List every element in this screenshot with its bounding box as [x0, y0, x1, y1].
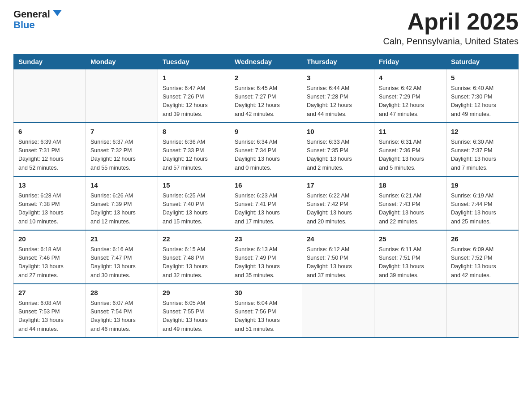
week-row-5: 27Sunrise: 6:08 AM Sunset: 7:53 PM Dayli…	[14, 284, 519, 338]
day-number: 21	[90, 234, 153, 244]
day-cell: 26Sunrise: 6:09 AM Sunset: 7:52 PM Dayli…	[446, 230, 519, 284]
day-number: 29	[163, 288, 225, 298]
day-cell: 30Sunrise: 6:04 AM Sunset: 7:56 PM Dayli…	[230, 284, 302, 338]
day-cell	[446, 284, 519, 338]
day-cell	[374, 284, 446, 338]
day-number: 25	[379, 234, 442, 244]
day-number: 30	[235, 288, 297, 298]
day-info: Sunrise: 6:09 AM Sunset: 7:52 PM Dayligh…	[451, 245, 514, 280]
header-cell-monday: Monday	[86, 54, 158, 69]
day-info: Sunrise: 6:23 AM Sunset: 7:41 PM Dayligh…	[235, 192, 297, 227]
week-row-2: 6Sunrise: 6:39 AM Sunset: 7:31 PM Daylig…	[14, 123, 519, 176]
day-info: Sunrise: 6:21 AM Sunset: 7:43 PM Dayligh…	[379, 192, 442, 227]
month-title: April 2025	[383, 9, 519, 34]
day-number: 23	[235, 234, 297, 244]
day-info: Sunrise: 6:19 AM Sunset: 7:44 PM Dayligh…	[451, 192, 514, 227]
day-number: 28	[90, 288, 153, 298]
header-cell-friday: Friday	[374, 54, 446, 69]
day-info: Sunrise: 6:33 AM Sunset: 7:35 PM Dayligh…	[307, 138, 369, 173]
day-cell: 24Sunrise: 6:12 AM Sunset: 7:50 PM Dayli…	[302, 230, 374, 284]
header-cell-thursday: Thursday	[302, 54, 374, 69]
week-row-4: 20Sunrise: 6:18 AM Sunset: 7:46 PM Dayli…	[14, 230, 519, 284]
day-cell: 6Sunrise: 6:39 AM Sunset: 7:31 PM Daylig…	[14, 123, 86, 176]
day-info: Sunrise: 6:25 AM Sunset: 7:40 PM Dayligh…	[163, 192, 225, 227]
day-info: Sunrise: 6:08 AM Sunset: 7:53 PM Dayligh…	[18, 299, 81, 334]
day-cell: 9Sunrise: 6:34 AM Sunset: 7:34 PM Daylig…	[230, 123, 302, 176]
day-info: Sunrise: 6:16 AM Sunset: 7:47 PM Dayligh…	[90, 245, 153, 280]
day-number: 15	[163, 180, 225, 191]
location-title: Caln, Pennsylvania, United States	[383, 36, 519, 47]
header-cell-tuesday: Tuesday	[158, 54, 230, 69]
day-info: Sunrise: 6:04 AM Sunset: 7:56 PM Dayligh…	[235, 299, 297, 334]
day-cell: 20Sunrise: 6:18 AM Sunset: 7:46 PM Dayli…	[14, 230, 86, 284]
day-number: 2	[235, 73, 297, 83]
day-info: Sunrise: 6:34 AM Sunset: 7:34 PM Dayligh…	[235, 138, 297, 173]
day-number: 1	[163, 73, 225, 83]
day-number: 17	[307, 180, 369, 191]
day-cell: 22Sunrise: 6:15 AM Sunset: 7:48 PM Dayli…	[158, 230, 230, 284]
day-cell	[14, 69, 86, 123]
day-number: 11	[379, 127, 442, 137]
day-number: 20	[18, 234, 81, 244]
day-cell: 23Sunrise: 6:13 AM Sunset: 7:49 PM Dayli…	[230, 230, 302, 284]
day-number: 24	[307, 234, 369, 244]
week-row-1: 1Sunrise: 6:47 AM Sunset: 7:26 PM Daylig…	[14, 69, 519, 123]
day-cell: 13Sunrise: 6:28 AM Sunset: 7:38 PM Dayli…	[14, 176, 86, 230]
day-cell: 1Sunrise: 6:47 AM Sunset: 7:26 PM Daylig…	[158, 69, 230, 123]
day-number: 27	[18, 288, 81, 298]
day-info: Sunrise: 6:39 AM Sunset: 7:31 PM Dayligh…	[18, 138, 81, 173]
day-cell: 19Sunrise: 6:19 AM Sunset: 7:44 PM Dayli…	[446, 176, 519, 230]
day-info: Sunrise: 6:12 AM Sunset: 7:50 PM Dayligh…	[307, 245, 369, 280]
page-header: General Blue April 2025 Caln, Pennsylvan…	[13, 9, 519, 47]
calendar-header: SundayMondayTuesdayWednesdayThursdayFrid…	[14, 54, 519, 69]
title-area: April 2025 Caln, Pennsylvania, United St…	[383, 9, 519, 47]
week-row-3: 13Sunrise: 6:28 AM Sunset: 7:38 PM Dayli…	[14, 176, 519, 230]
day-info: Sunrise: 6:30 AM Sunset: 7:37 PM Dayligh…	[451, 138, 514, 173]
day-cell: 8Sunrise: 6:36 AM Sunset: 7:33 PM Daylig…	[158, 123, 230, 176]
day-number: 18	[379, 180, 442, 191]
day-cell: 15Sunrise: 6:25 AM Sunset: 7:40 PM Dayli…	[158, 176, 230, 230]
day-number: 12	[451, 127, 514, 137]
day-number: 10	[307, 127, 369, 137]
day-number: 6	[18, 127, 81, 137]
logo-triangle-icon	[53, 10, 62, 16]
header-cell-wednesday: Wednesday	[230, 54, 302, 69]
day-info: Sunrise: 6:26 AM Sunset: 7:39 PM Dayligh…	[90, 192, 153, 227]
day-info: Sunrise: 6:13 AM Sunset: 7:49 PM Dayligh…	[235, 245, 297, 280]
day-cell: 28Sunrise: 6:07 AM Sunset: 7:54 PM Dayli…	[86, 284, 158, 338]
calendar-body: 1Sunrise: 6:47 AM Sunset: 7:26 PM Daylig…	[14, 69, 519, 338]
day-number: 7	[90, 127, 153, 137]
day-cell: 11Sunrise: 6:31 AM Sunset: 7:36 PM Dayli…	[374, 123, 446, 176]
day-cell: 7Sunrise: 6:37 AM Sunset: 7:32 PM Daylig…	[86, 123, 158, 176]
day-cell: 5Sunrise: 6:40 AM Sunset: 7:30 PM Daylig…	[446, 69, 519, 123]
day-info: Sunrise: 6:37 AM Sunset: 7:32 PM Dayligh…	[90, 138, 153, 173]
day-info: Sunrise: 6:11 AM Sunset: 7:51 PM Dayligh…	[379, 245, 442, 280]
header-row: SundayMondayTuesdayWednesdayThursdayFrid…	[14, 54, 519, 69]
day-info: Sunrise: 6:05 AM Sunset: 7:55 PM Dayligh…	[163, 299, 225, 334]
day-cell	[302, 284, 374, 338]
day-number: 13	[18, 180, 81, 191]
day-number: 3	[307, 73, 369, 83]
day-number: 9	[235, 127, 297, 137]
logo-general-text: General	[13, 9, 50, 20]
day-number: 22	[163, 234, 225, 244]
day-cell: 16Sunrise: 6:23 AM Sunset: 7:41 PM Dayli…	[230, 176, 302, 230]
day-info: Sunrise: 6:07 AM Sunset: 7:54 PM Dayligh…	[90, 299, 153, 334]
logo-blue-text: Blue	[13, 20, 35, 30]
day-info: Sunrise: 6:47 AM Sunset: 7:26 PM Dayligh…	[163, 84, 225, 119]
day-cell: 21Sunrise: 6:16 AM Sunset: 7:47 PM Dayli…	[86, 230, 158, 284]
day-cell: 4Sunrise: 6:42 AM Sunset: 7:29 PM Daylig…	[374, 69, 446, 123]
day-cell: 2Sunrise: 6:45 AM Sunset: 7:27 PM Daylig…	[230, 69, 302, 123]
day-info: Sunrise: 6:44 AM Sunset: 7:28 PM Dayligh…	[307, 84, 369, 119]
day-info: Sunrise: 6:18 AM Sunset: 7:46 PM Dayligh…	[18, 245, 81, 280]
day-cell: 12Sunrise: 6:30 AM Sunset: 7:37 PM Dayli…	[446, 123, 519, 176]
day-info: Sunrise: 6:22 AM Sunset: 7:42 PM Dayligh…	[307, 192, 369, 227]
day-number: 19	[451, 180, 514, 191]
day-cell: 29Sunrise: 6:05 AM Sunset: 7:55 PM Dayli…	[158, 284, 230, 338]
day-number: 5	[451, 73, 514, 83]
day-info: Sunrise: 6:45 AM Sunset: 7:27 PM Dayligh…	[235, 84, 297, 119]
day-info: Sunrise: 6:40 AM Sunset: 7:30 PM Dayligh…	[451, 84, 514, 119]
day-cell: 3Sunrise: 6:44 AM Sunset: 7:28 PM Daylig…	[302, 69, 374, 123]
day-info: Sunrise: 6:42 AM Sunset: 7:29 PM Dayligh…	[379, 84, 442, 119]
day-info: Sunrise: 6:36 AM Sunset: 7:33 PM Dayligh…	[163, 138, 225, 173]
